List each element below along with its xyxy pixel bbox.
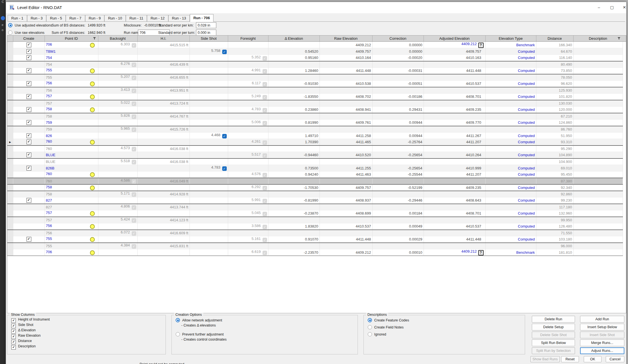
adjusted-elevation-cell[interactable]: 4408.701 — [424, 94, 485, 100]
create-checkbox-checked[interactable]: ✓ — [27, 107, 31, 112]
foresight-cell[interactable] — [228, 133, 268, 139]
point-id-cell[interactable]: 756 — [45, 223, 98, 230]
hi-cell[interactable]: 4416.439 ft — [137, 61, 189, 68]
adjust-runs--button[interactable]: Adjust Runs... — [580, 347, 624, 354]
foresight-cell[interactable]: 4.261✓ — [228, 139, 268, 145]
create-cell[interactable]: ✓ — [13, 165, 45, 171]
adjusted-elevation-cell[interactable]: 4410.537 — [424, 81, 485, 87]
adjusted-elevation-cell[interactable]: 4409.212? — [424, 42, 485, 48]
hi-cell[interactable] — [137, 236, 189, 243]
foresight-cell[interactable] — [228, 61, 268, 68]
create-cell[interactable] — [13, 178, 45, 184]
hi-cell[interactable] — [137, 48, 189, 55]
create-cell[interactable] — [13, 158, 45, 165]
elevation-type-cell[interactable] — [485, 100, 536, 107]
backsight-cell[interactable] — [98, 107, 137, 113]
backsight-cell[interactable] — [98, 236, 137, 243]
setup-row[interactable]: 7595.965✓4415.726 ft86.760 — [7, 126, 623, 133]
backsight-cell[interactable] — [98, 68, 137, 74]
adjusted-elevation-cell[interactable] — [424, 61, 485, 68]
adjusted-elevation-cell[interactable]: 4409.235 — [424, 107, 485, 113]
description-cell[interactable] — [573, 81, 623, 87]
create-cell[interactable]: ✓ — [13, 42, 45, 48]
tab-run-10[interactable]: Run - 10 — [104, 15, 126, 21]
checkbox-checked[interactable]: ✓ — [11, 324, 16, 328]
observation-row[interactable]: ✓826B4.783✓0.735004411.255-0.256544410.9… — [7, 165, 623, 171]
foresight-cell[interactable] — [228, 48, 268, 55]
adjusted-elevation-cell[interactable]: 4411.267 — [424, 133, 485, 139]
point-id-cell[interactable]: 756 — [45, 87, 98, 94]
foresight-used-checkbox[interactable]: ✓ — [263, 121, 267, 125]
foresight-used-checkbox[interactable]: ✓ — [263, 251, 267, 255]
point-id-cell[interactable]: 757 — [45, 100, 98, 107]
observation-row[interactable]: ✓7575.249✓-1.835504408.702-0.001864408.7… — [7, 94, 623, 100]
show-column-distance[interactable]: ✓Distance — [11, 339, 32, 344]
adjusted-elevation-cell[interactable]: 4411.448 — [424, 236, 485, 243]
hi-cell[interactable]: 4416.038 ft — [137, 158, 189, 165]
adjusted-elevation-cell[interactable] — [424, 178, 485, 184]
description-cell[interactable] — [573, 197, 623, 204]
show-column-raw-elevation[interactable]: ✓Raw Elevation — [11, 334, 41, 339]
backsight-used-checkbox[interactable]: ✓ — [132, 114, 136, 119]
benchmark-help-icon[interactable]: ? — [478, 43, 484, 48]
create-checkbox-checked[interactable]: ✓ — [27, 43, 31, 47]
foresight-used-checkbox[interactable]: ✓ — [263, 82, 267, 87]
create-cell[interactable] — [13, 243, 45, 249]
elevation-type-cell[interactable] — [485, 87, 536, 94]
description-cell[interactable] — [573, 42, 623, 48]
use-raw-elevations-radio[interactable]: Use raw elevations — [8, 30, 45, 35]
side-shot-cell[interactable] — [189, 42, 228, 48]
description-cell[interactable] — [573, 68, 623, 74]
foresight-cell[interactable]: 5.045✓ — [228, 210, 268, 217]
create-checkbox-checked[interactable]: ✓ — [27, 237, 31, 242]
create-cell[interactable] — [13, 113, 45, 120]
std-error-turn-input[interactable] — [196, 30, 216, 36]
foresight-used-checkbox[interactable]: ✓ — [263, 238, 267, 242]
column-header-adjusted-elevation[interactable]: Adjusted Elevation — [424, 36, 485, 42]
elevation-type-cell[interactable]: Computed — [485, 107, 536, 113]
create-checkbox-checked[interactable]: ✓ — [27, 120, 31, 125]
elevation-type-cell[interactable] — [485, 158, 536, 165]
backsight-cell[interactable]: 6.276✓ — [98, 61, 137, 68]
observation-row[interactable]: ✓7066.303✓4415.515 ft4409.2120.000004409… — [7, 42, 623, 48]
foresight-cell[interactable] — [228, 165, 268, 171]
foresight-used-checkbox[interactable]: ✓ — [263, 173, 267, 177]
elevation-type-cell[interactable] — [485, 74, 536, 81]
foresight-cell[interactable]: 5.991✓ — [228, 197, 268, 204]
elevation-type-cell[interactable]: Computed — [485, 184, 536, 191]
checkbox-checked[interactable]: ✓ — [11, 329, 16, 334]
foresight-used-checkbox[interactable]: ✓ — [263, 69, 267, 74]
point-id-cell[interactable]: 827 — [45, 197, 98, 204]
split-run-below-button[interactable]: Split Run Below — [532, 339, 575, 346]
backsight-cell[interactable] — [98, 120, 137, 126]
description-cell[interactable] — [573, 55, 623, 61]
elevation-type-cell[interactable]: Computed — [485, 94, 536, 100]
create-cell[interactable]: ✓ — [13, 152, 45, 158]
ok-button[interactable]: OK — [584, 356, 601, 362]
description-cell[interactable] — [573, 48, 623, 55]
use-adjusted-elevations-radio[interactable]: Use adjusted elevations — [8, 23, 52, 27]
foresight-cell[interactable]: 4.991✓ — [228, 68, 268, 74]
adjusted-elevation-cell[interactable] — [424, 230, 485, 236]
show-column-side-shot[interactable]: ✓Side Shot — [11, 323, 33, 328]
description-cell[interactable] — [573, 217, 623, 223]
backsight-cell[interactable] — [98, 81, 137, 87]
setup-row[interactable]: 7546.276✓4416.439 ft80.490 — [7, 61, 623, 68]
tab-run-12[interactable]: Run - 12 — [147, 15, 168, 21]
side-shot-cell[interactable] — [189, 94, 228, 100]
setup-row[interactable]: 8274.806✓4413.744 ft117.180 — [7, 204, 623, 210]
elevation-type-cell[interactable] — [485, 217, 536, 223]
hi-cell[interactable] — [137, 68, 189, 74]
backsight-used-checkbox[interactable]: ✓ — [132, 102, 136, 106]
cancel-button[interactable]: Cancel — [606, 356, 624, 362]
elevation-type-cell[interactable]: Computed — [485, 197, 536, 204]
backsight-used-checkbox[interactable]: ✓ — [132, 76, 136, 80]
description-cell[interactable] — [573, 223, 623, 230]
create-cell[interactable] — [13, 126, 45, 133]
tab-run-706[interactable]: Run - 706 — [190, 14, 214, 22]
setup-row[interactable]: 7575.022✓4413.724 ft130.030 — [7, 100, 623, 107]
backsight-cell[interactable]: 5.171✓ — [98, 191, 137, 197]
adjusted-elevation-cell[interactable]: 4408.701 — [424, 210, 485, 217]
hi-cell[interactable]: 4414.123 ft — [137, 217, 189, 223]
adjusted-elevation-cell[interactable] — [424, 74, 485, 81]
